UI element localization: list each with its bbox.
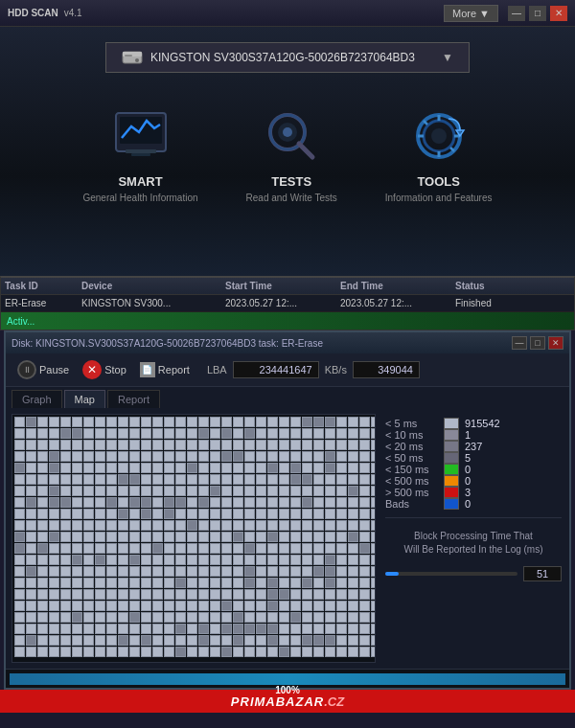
map-cell [290,509,301,519]
map-cell [49,486,59,496]
map-cell [313,463,324,473]
map-cell [371,428,376,439]
svg-line-11 [299,144,312,157]
legend-value: 0 [465,498,503,510]
map-cell [26,647,36,657]
map-cell [49,647,59,657]
table-row[interactable]: ER-Erase KINGSTON SV300... 2023.05.27 12… [1,295,574,312]
map-cell [359,428,370,439]
map-cell [221,635,232,646]
map-cell [244,601,255,611]
map-cell [187,451,197,462]
map-cell [336,612,347,623]
pause-button[interactable]: ⏸ Pause [13,358,73,381]
map-cell [256,520,266,531]
map-cell [106,543,117,554]
slider-track[interactable] [385,572,518,576]
map-cell [221,543,232,554]
map-cell [313,555,324,565]
map-cell [336,543,347,554]
map-cell [129,463,140,473]
map-cell [152,440,163,450]
map-cell [141,428,151,439]
title-bar: HDD SCAN v4.1 More ▼ — □ ✕ [0,0,575,27]
map-cell [37,451,48,462]
map-cell [267,578,278,588]
tab-graph[interactable]: Graph [12,390,62,408]
map-cell [336,647,347,657]
map-cell [72,497,82,508]
map-cell [152,497,163,508]
disk-selector-label: KINGSTON SV300S37A120G-50026B7237064BD3 [150,51,415,64]
watermark-ext: .CZ [324,694,344,709]
legend-label: < 10 ms [385,429,438,441]
tools-feature[interactable]: TOOLS Information and Features [385,105,493,203]
disk-selector[interactable]: KINGSTON SV300S37A120G-50026B7237064BD3 … [105,42,470,73]
map-cell [141,451,151,462]
map-cell [233,474,243,485]
map-cell [106,647,117,657]
pause-label: Pause [39,364,69,375]
map-cell [233,578,243,588]
map-cell [95,555,105,565]
sub-close-button[interactable]: ✕ [548,336,564,350]
map-cell [60,474,71,485]
map-cell [14,532,25,542]
map-cell [141,532,151,542]
map-cell [313,543,324,554]
tab-map[interactable]: Map [64,390,105,408]
map-cell [325,474,335,485]
smart-feature[interactable]: SMART General Health Information [82,105,197,203]
map-cell [106,463,117,473]
slider-value-input[interactable] [523,566,562,581]
map-cell [221,463,232,473]
close-button[interactable]: ✕ [550,6,567,21]
map-cell [348,520,358,531]
map-cell [152,463,163,473]
map-cell [198,578,209,588]
map-cell [141,589,151,600]
map-cell [83,497,94,508]
map-cell [14,612,25,623]
stop-button[interactable]: ✕ Stop [79,358,130,381]
map-cell [95,509,105,519]
map-cell [72,555,82,565]
map-cell [348,543,358,554]
lba-input[interactable] [233,361,319,378]
map-cell [290,520,301,531]
map-cell [187,463,197,473]
map-cell [118,578,128,588]
map-cell [279,647,289,657]
map-cell [325,486,335,496]
sub-minimize-button[interactable]: — [512,336,527,350]
maximize-button[interactable]: □ [529,6,546,21]
map-cell [72,578,82,588]
map-cell [14,440,25,450]
map-cell [221,578,232,588]
legend-color-swatch [444,452,459,464]
map-cell [95,578,105,588]
map-cell [279,624,289,634]
tests-feature[interactable]: TESTS Read and Write Tests [246,105,337,203]
map-cell [118,509,128,519]
map-cell [244,428,255,439]
map-cell [37,647,48,657]
tab-report[interactable]: Report [107,390,160,408]
progress-text: 100% [10,685,565,695]
report-button[interactable]: 📄 Report [136,360,194,379]
kbs-input[interactable] [353,361,420,378]
map-cell [187,578,197,588]
map-cell [290,635,301,646]
map-cell [198,624,209,634]
map-cell [244,520,255,531]
map-cell [141,520,151,531]
map-cell [336,578,347,588]
map-cell [302,566,312,577]
minimize-button[interactable]: — [508,6,525,21]
sub-maximize-button[interactable]: □ [530,336,545,350]
map-cell [37,486,48,496]
map-cell [325,601,335,611]
map-cell [175,601,186,611]
tools-desc: Information and Features [385,193,493,203]
more-button[interactable]: More ▼ [444,5,498,22]
